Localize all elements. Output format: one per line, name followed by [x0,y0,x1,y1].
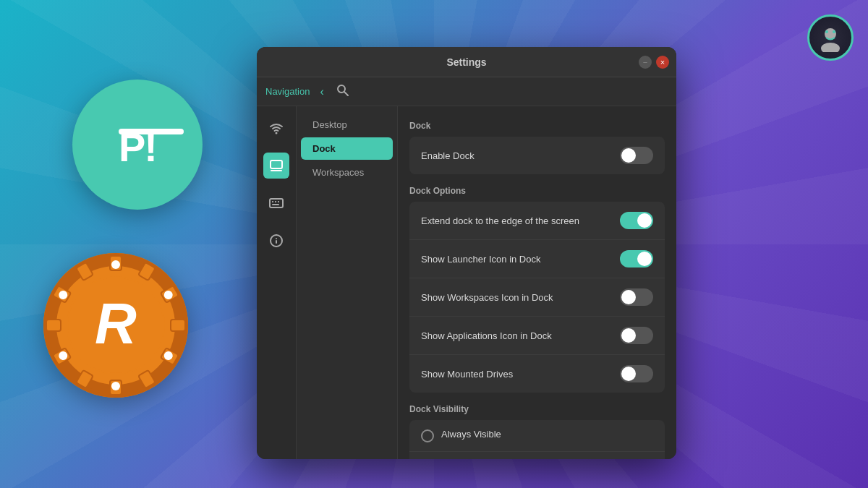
svg-point-38 [276,238,277,239]
wifi-icon [269,121,284,135]
dock-options-group: Extend dock to the edge of the screen Sh… [409,202,665,393]
show-workspaces-row: Show Workspaces Icon in Dock [409,278,665,317]
extend-dock-row: Extend dock to the edge of the screen [409,202,665,240]
nav-back-button[interactable]: ‹ [315,84,328,100]
extend-dock-toggle[interactable] [620,212,653,229]
always-visible-radio[interactable] [421,429,434,442]
nav-bar: Navigation ‹ [257,77,676,106]
svg-point-16 [111,260,120,269]
always-hide-row[interactable]: Always hide Dock always hides unless act… [409,452,665,459]
settings-window: Settings − × Navigation ‹ [257,47,676,459]
sidebar-icon-dock[interactable] [263,153,289,179]
nav-item-desktop[interactable]: Desktop [301,114,393,136]
settings-panel: Dock Enable Dock Dock Options Extend doc… [398,106,676,459]
show-applications-label: Show Applications Icon in Dock [421,330,552,341]
svg-rect-31 [270,199,283,207]
content-area: Desktop Dock Workspaces Dock Enable Dock [257,106,676,459]
avatar [807,14,854,61]
always-visible-label: Always Visible [441,429,653,440]
extend-dock-knob [637,213,652,228]
sidebar-icon-info[interactable] [263,228,289,254]
always-visible-text: Always Visible [441,429,653,440]
dock-section-label: Dock [409,121,665,131]
dock-icon [269,158,284,173]
svg-rect-33 [275,201,276,202]
keyboard-icon [269,196,284,210]
dock-visibility-group: Always Visible Always hide Dock always h… [409,420,665,459]
info-icon [269,234,284,248]
dock-group: Enable Dock [409,137,665,174]
show-mounted-row: Show Mounted Drives [409,355,665,393]
sidebar [257,106,297,459]
show-workspaces-knob [621,290,636,304]
enable-dock-knob [621,148,636,163]
sidebar-icon-wifi[interactable] [263,115,289,141]
svg-point-25 [833,30,835,33]
show-applications-toggle[interactable] [620,327,653,344]
svg-rect-37 [276,240,277,244]
svg-point-23 [821,43,840,52]
show-mounted-knob [621,367,636,381]
show-applications-knob [621,328,636,343]
svg-point-28 [276,132,278,134]
svg-rect-30 [271,170,282,171]
show-launcher-knob [637,252,652,266]
svg-rect-34 [278,201,279,202]
enable-dock-row: Enable Dock [409,137,665,174]
show-mounted-label: Show Mounted Drives [421,369,513,380]
svg-text:R: R [95,291,137,356]
svg-rect-29 [271,160,282,168]
dock-options-label: Dock Options [409,186,665,196]
show-workspaces-toggle[interactable] [620,288,653,306]
show-launcher-label: Show Launcher Icon in Dock [421,254,540,265]
popos-logo: P! [72,80,203,210]
svg-point-19 [111,382,120,390]
window-title: Settings [446,56,486,68]
show-launcher-toggle[interactable] [620,250,653,267]
svg-rect-35 [272,204,279,205]
nav-panel: Desktop Dock Workspaces [297,106,398,459]
nav-search-button[interactable] [337,85,349,99]
nav-item-workspaces[interactable]: Workspaces [301,161,393,184]
popos-bar [119,129,184,134]
svg-line-27 [344,92,348,95]
svg-rect-5 [171,320,185,331]
avatar-svg [816,23,845,52]
dock-visibility-label: Dock Visibility [409,404,665,414]
always-visible-row[interactable]: Always Visible [409,420,665,452]
svg-rect-32 [272,201,273,202]
search-icon [337,85,349,96]
rust-gear-svg: R [43,253,188,398]
title-bar-controls: − × [639,56,669,69]
rust-logo: R [43,253,188,398]
close-button[interactable]: × [656,56,669,69]
show-applications-row: Show Applications Icon in Dock [409,317,665,355]
show-mounted-toggle[interactable] [620,365,653,382]
minimize-button[interactable]: − [639,56,652,69]
extend-dock-label: Extend dock to the edge of the screen [421,215,579,226]
svg-point-24 [825,30,828,33]
show-workspaces-label: Show Workspaces Icon in Dock [421,292,553,303]
svg-rect-11 [46,320,61,331]
title-bar: Settings − × [257,47,676,77]
show-launcher-row: Show Launcher Icon in Dock [409,240,665,278]
sidebar-icon-keyboard[interactable] [263,190,289,216]
enable-dock-label: Enable Dock [421,150,475,161]
nav-item-dock[interactable]: Dock [301,137,393,160]
nav-label: Navigation [265,86,310,97]
enable-dock-toggle[interactable] [620,147,653,164]
